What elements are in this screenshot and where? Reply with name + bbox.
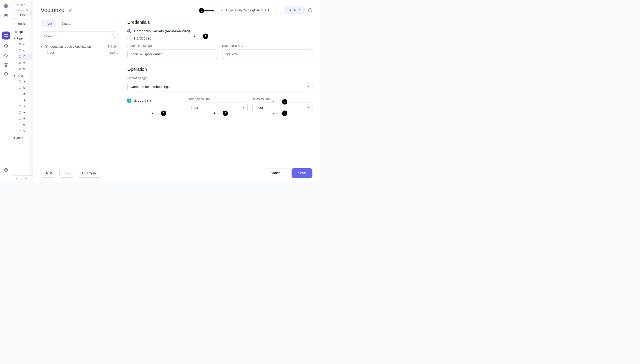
play-icon: [289, 8, 292, 12]
help-icon[interactable]: [3, 167, 9, 173]
radio-icon: [127, 29, 131, 33]
clock-icon[interactable]: [3, 44, 9, 49]
group-data-checkbox[interactable]: ✓ Group data: [127, 97, 183, 102]
schema-column[interactable]: input string: [41, 48, 118, 54]
svg-point-26: [21, 57, 21, 58]
schema-search[interactable]: [41, 32, 118, 40]
svg-rect-0: [5, 15, 8, 17]
scope-input[interactable]: open_ai_sparklearner: [127, 49, 218, 59]
operation-type-select[interactable]: Compute text embeddings ▾: [127, 82, 312, 92]
svg-point-32: [21, 68, 21, 68]
back-link[interactable]: ←Back t: [14, 22, 32, 26]
search-icon: [111, 34, 115, 38]
camera-icon[interactable]: [3, 13, 9, 18]
svg-point-1: [6, 15, 7, 16]
app-logo: [3, 3, 9, 9]
svg-point-25: [19, 57, 20, 58]
operation-type-label: Operation type: [127, 76, 148, 80]
schema-header[interactable]: ▾ question_seed : Application (1 Cols ): [41, 44, 118, 48]
svg-point-18: [21, 44, 21, 45]
credentials-heading: Credentials: [127, 20, 312, 25]
section-jobs[interactable]: ▾Jobs: [14, 136, 32, 140]
radio-databricks-secrets[interactable]: Databricks Secrets (recommended): [127, 29, 312, 33]
warning-icon: ⚠: [15, 177, 18, 180]
operation-heading: Operation: [127, 67, 312, 72]
svg-point-27: [19, 62, 20, 62]
warning-icon: [45, 171, 49, 175]
svg-rect-9: [6, 66, 7, 66]
panel-footer: 0 Data Unit Tests Cancel Save: [33, 164, 320, 182]
dataset-item[interactable]: v: [18, 128, 32, 134]
pipeline-item[interactable]: P: [18, 54, 32, 60]
svg-point-12: [5, 179, 5, 180]
svg-point-21: [19, 51, 20, 51]
dataset-item[interactable]: v: [18, 110, 32, 116]
dataset-item[interactable]: a: [18, 78, 32, 84]
dataset-item[interactable]: b: [18, 84, 32, 91]
more-icon[interactable]: [3, 177, 9, 182]
section-pipelines[interactable]: ▾Pipel: [14, 36, 32, 40]
svg-point-31: [19, 68, 20, 68]
pipeline-item[interactable]: v: [18, 66, 32, 72]
svg-point-4: [5, 36, 5, 37]
order-by-label: Order by column: [187, 97, 248, 101]
data-button[interactable]: Data: [59, 169, 75, 178]
check-icon: [220, 8, 224, 12]
dataset-item[interactable]: v: [18, 122, 32, 128]
diagnostics-button[interactable]: 0: [41, 169, 56, 178]
edit-icon[interactable]: [68, 8, 72, 12]
svg-point-15: [19, 43, 20, 44]
close-button[interactable]: [23, 6, 31, 14]
plus-icon[interactable]: [3, 22, 9, 28]
radio-hardcoded[interactable]: Hardcoded: [127, 36, 312, 40]
svg-rect-8: [7, 63, 8, 64]
activity-icon[interactable]: [3, 53, 9, 58]
dataset-item[interactable]: s: [18, 97, 32, 103]
vectorize-panel: Vectorize Anya_UnityCatalogClusters_U...…: [33, 0, 320, 182]
unit-tests-button[interactable]: Unit Tests: [78, 169, 101, 178]
pipeline-item[interactable]: c: [18, 41, 32, 47]
search-input[interactable]: [44, 34, 109, 38]
svg-point-29: [19, 63, 20, 64]
dataset-item[interactable]: c: [18, 91, 32, 97]
order-by-select[interactable]: input▾: [187, 102, 248, 112]
svg-point-22: [21, 51, 21, 51]
panel-header: Vectorize Anya_UnityCatalogClusters_U...…: [33, 0, 320, 17]
pipeline-item[interactable]: c: [18, 47, 32, 54]
tab-output[interactable]: Output: [57, 20, 75, 27]
config-form: Credentials Databricks Secrets (recommen…: [127, 17, 312, 164]
texts-column-select[interactable]: input▾: [253, 102, 312, 112]
status-activity-icon: 〰: [25, 177, 28, 180]
section-datasets[interactable]: ▾Data: [14, 74, 32, 78]
info-icon[interactable]: [308, 8, 312, 12]
tab-input[interactable]: Input: [41, 20, 56, 27]
tree-root[interactable]: gen-: [14, 29, 32, 35]
cancel-button[interactable]: Cancel: [264, 168, 288, 178]
pipeline-item[interactable]: v: [18, 60, 32, 66]
svg-point-3: [7, 34, 7, 34]
svg-point-33: [19, 70, 20, 70]
dataset-item[interactable]: v: [18, 116, 32, 122]
svg-point-28: [21, 62, 21, 62]
key-input[interactable]: api_key: [222, 49, 313, 59]
save-button[interactable]: Save: [292, 168, 312, 178]
radio-icon: [127, 36, 131, 40]
pipeline-icon[interactable]: [2, 32, 10, 40]
run-button[interactable]: Run: [284, 6, 305, 14]
svg-point-14: [7, 179, 8, 180]
panel-title: Vectorize: [41, 7, 64, 14]
nodes-icon[interactable]: [3, 62, 9, 68]
warning-count: 0: [21, 177, 22, 180]
svg-point-2: [5, 34, 5, 34]
svg-point-17: [19, 44, 20, 45]
left-column: Input Output ▾ question_seed : Applicati…: [41, 17, 118, 164]
cluster-select[interactable]: Anya_UnityCatalogClusters_U...: [217, 6, 281, 14]
dataset-item[interactable]: v: [18, 103, 32, 110]
svg-point-36: [112, 34, 114, 37]
svg-point-20: [21, 50, 21, 50]
key-label: Databricks Key: [222, 44, 313, 48]
svg-rect-7: [5, 63, 6, 64]
sidebar: Search Pro ←Back t gen- ▾Pipel c c P v v…: [12, 0, 33, 182]
download-icon[interactable]: [3, 72, 9, 77]
svg-point-24: [21, 56, 21, 56]
